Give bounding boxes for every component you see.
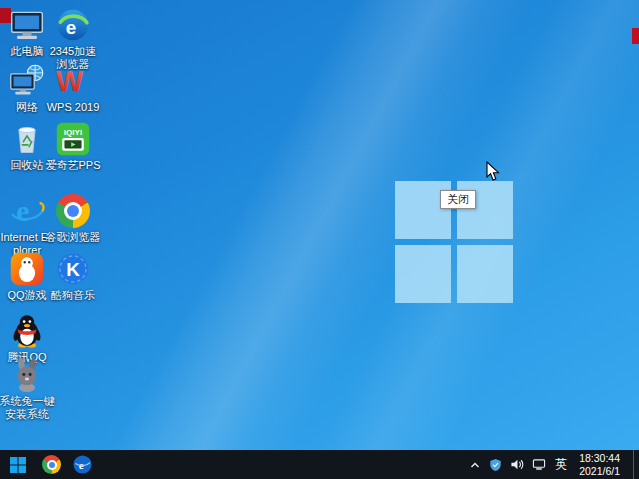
show-desktop-button[interactable] — [633, 450, 639, 479]
desktop-icon-label: 网络 — [16, 101, 38, 114]
tencent-qq-icon — [8, 312, 46, 350]
kugou-music-icon: K — [54, 250, 92, 288]
desktop-icon-label: 酷狗音乐 — [51, 289, 95, 302]
desktop-icon-kugou[interactable]: K 酷狗音乐 — [45, 250, 101, 302]
hidden-icons-button[interactable] — [469, 450, 481, 479]
xitongtu-installer-icon — [8, 356, 46, 394]
clock-time: 18:30:44 — [579, 452, 620, 465]
this-pc-icon — [8, 6, 46, 44]
browser-2345-icon: e — [54, 6, 92, 44]
svg-text:e: e — [16, 195, 29, 227]
windows-logo-pane — [395, 245, 451, 303]
desktop-icon-label: QQ游戏 — [7, 289, 46, 302]
input-method-indicator[interactable]: 英 — [554, 450, 568, 479]
chevron-up-icon — [469, 459, 481, 471]
desktop-icon-xitongtu-installer[interactable]: 系统兔一键安装系统 — [0, 356, 55, 421]
taskbar: e — [0, 450, 639, 479]
volume-tray-button[interactable] — [510, 450, 524, 479]
desktop-icon-label: 谷歌浏览器 — [46, 231, 101, 244]
svg-text:W: W — [56, 65, 84, 97]
security-tray-button[interactable] — [489, 450, 502, 479]
start-button[interactable] — [0, 450, 36, 479]
desktop-icon-label: WPS 2019 — [47, 101, 100, 114]
desktop-icon-label: 回收站 — [11, 159, 44, 172]
network-icon — [532, 458, 546, 471]
system-tray: 英 18:30:44 2021/6/1 — [469, 450, 639, 479]
internet-explorer-icon: e — [8, 192, 46, 230]
desktop-wallpaper[interactable]: 此电脑 网络 — [0, 0, 639, 450]
qq-games-icon — [8, 250, 46, 288]
volume-icon — [510, 458, 524, 471]
desktop-icon-iqiyi-pps[interactable]: iQIYI 爱奇艺PPS — [45, 120, 101, 172]
screen: 此电脑 网络 — [0, 0, 639, 479]
wps-icon: W — [54, 62, 92, 100]
svg-text:iQIYI: iQIYI — [64, 128, 82, 137]
svg-text:e: e — [66, 17, 77, 38]
windows-logo-pane — [457, 245, 513, 303]
network-icon — [8, 62, 46, 100]
clock-date: 2021/6/1 — [579, 465, 620, 478]
close-tooltip: 关闭 — [440, 190, 476, 209]
security-shield-icon — [489, 458, 502, 472]
mouse-cursor — [486, 161, 500, 186]
network-tray-button[interactable] — [532, 450, 546, 479]
chrome-icon — [42, 455, 61, 474]
desktop-icon-chrome[interactable]: 谷歌浏览器 — [45, 192, 101, 244]
recycle-bin-icon — [8, 120, 46, 158]
taskbar-browser-button[interactable]: e — [67, 450, 98, 479]
svg-text:K: K — [66, 259, 80, 280]
desktop-icon-label: 系统兔一键安装系统 — [0, 395, 55, 421]
browser-e-icon: e — [73, 455, 92, 474]
desktop-icon-label: 此电脑 — [11, 45, 44, 58]
red-edge-artifact-left — [0, 8, 11, 23]
desktop-icon-wps[interactable]: W WPS 2019 — [45, 62, 101, 114]
red-edge-artifact-right — [632, 28, 639, 44]
taskbar-chrome-button[interactable] — [36, 450, 67, 479]
desktop-icon-label: 爱奇艺PPS — [45, 159, 100, 172]
windows-start-icon — [10, 457, 26, 473]
chrome-icon — [54, 192, 92, 230]
iqiyi-pps-icon: iQIYI — [54, 120, 92, 158]
taskbar-clock[interactable]: 18:30:44 2021/6/1 — [579, 452, 620, 477]
